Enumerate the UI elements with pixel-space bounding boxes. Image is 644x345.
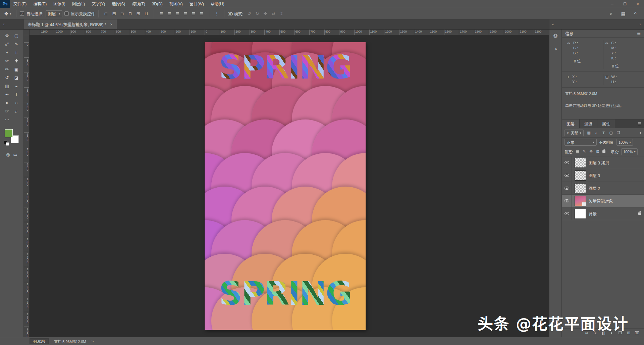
align-vertical-centers-icon[interactable]: ⊞ [134, 10, 142, 17]
tab-layers[interactable]: 图层 [562, 119, 580, 128]
current-tool-badge[interactable]: ✥ ▾ [3, 11, 13, 16]
close-button[interactable]: ✕ [631, 0, 644, 8]
menu-filter[interactable]: 滤镜(T) [128, 0, 148, 8]
path-selection-tool[interactable]: ➤ [2, 99, 12, 107]
3d-pan-icon[interactable]: ✥ [261, 10, 269, 17]
opacity-dropdown[interactable]: 100% ▾ [616, 139, 633, 146]
search-icon[interactable]: ⌕ [607, 10, 615, 17]
align-right-edges-icon[interactable]: ⊐ [118, 10, 126, 17]
ruler-origin-corner[interactable] [24, 30, 30, 35]
status-expand-icon[interactable]: > [92, 339, 94, 343]
type-tool[interactable]: T [12, 90, 21, 99]
show-transform-controls-checkbox[interactable] [64, 11, 69, 16]
close-tab-icon[interactable]: × [110, 22, 113, 27]
minimize-button[interactable]: ─ [606, 0, 619, 8]
adjustments-panel-icon[interactable]: ◑ [551, 44, 560, 53]
eraser-tool[interactable]: ◪ [12, 73, 21, 82]
menu-select[interactable]: 选择(S) [108, 0, 128, 8]
layer-visibility-toggle[interactable] [562, 182, 572, 194]
clone-stamp-tool[interactable]: ▣ [12, 65, 21, 73]
3d-scale-icon[interactable]: ⇕ [277, 10, 285, 17]
lasso-tool[interactable]: ☍ [2, 40, 12, 48]
panel-menu-icon[interactable]: ☰ [637, 31, 641, 36]
distribute-horizontal-centers-icon[interactable]: ≣ [190, 10, 198, 17]
expand-dock-icon[interactable]: « [552, 22, 554, 26]
layer-visibility-toggle[interactable] [562, 207, 572, 220]
hand-tool[interactable]: ☞ [2, 107, 12, 115]
gradient-tool[interactable]: ▥ [2, 82, 12, 90]
layer-row[interactable]: 背景 [562, 207, 644, 220]
filter-toggle-icon[interactable]: ● [640, 131, 641, 135]
distribute-top-edges-icon[interactable]: ≣ [157, 10, 165, 17]
move-tool[interactable]: ✥ [2, 32, 12, 40]
default-colors-icon[interactable] [4, 141, 9, 146]
canvas-workspace[interactable]: 1100100090080070060050040030020010001002… [24, 30, 549, 337]
eyedropper-tool[interactable]: ✑ [2, 57, 12, 65]
auto-select-target-dropdown[interactable]: 图层 ▾ [46, 10, 63, 17]
menu-window[interactable]: 窗口(W) [186, 0, 207, 8]
filter-shape-layers-icon[interactable]: ▢ [608, 130, 614, 136]
layer-row[interactable]: 图层 3 [562, 169, 644, 182]
distribute-spacing-icon[interactable]: ⋮ [213, 10, 221, 17]
auto-select-checkbox[interactable]: ✓ [20, 11, 24, 16]
lock-image-pixels-icon[interactable]: ✎ [582, 148, 587, 155]
menu-layer[interactable]: 图层(L) [69, 0, 89, 8]
distribute-vertical-centers-icon[interactable]: ≣ [165, 10, 173, 17]
rgb-eyedropper-icon[interactable]: ✑ [567, 41, 571, 55]
menu-edit[interactable]: 编辑(E) [30, 0, 50, 8]
menu-3d[interactable]: 3D(D) [149, 0, 166, 8]
zoom-tool[interactable]: ⌕ [12, 107, 21, 115]
workspace-layout-icon[interactable]: ▦ [619, 10, 627, 17]
vertical-ruler[interactable]: 0100200300400500600700800900100011001200… [24, 35, 30, 337]
menu-view[interactable]: 视图(V) [166, 0, 186, 8]
document-canvas[interactable]: SPRING SPRING [205, 42, 366, 330]
filter-adjustment-layers-icon[interactable]: ◐ [593, 130, 600, 136]
align-left-edges-icon[interactable]: ⊏ [102, 10, 110, 17]
magic-wand-tool[interactable]: ✶ [2, 48, 12, 57]
maximize-button[interactable]: ❐ [619, 0, 631, 8]
zoom-level-field[interactable]: 44.61% [30, 338, 49, 344]
lock-position-icon[interactable]: ✥ [588, 148, 594, 155]
align-top-edges-icon[interactable]: ⊓ [126, 10, 134, 17]
layer-row[interactable]: 图层 2 [562, 182, 644, 195]
healing-brush-tool[interactable]: ✚ [12, 57, 21, 65]
layer-visibility-toggle[interactable] [562, 169, 572, 182]
collapse-toolbar-icon[interactable]: « [3, 22, 5, 26]
lock-transparent-pixels-icon[interactable]: ▦ [575, 148, 580, 155]
document-tab[interactable]: 未标题-1 @ 44.6% (矢量智能对象, RGB/8) * × [24, 19, 117, 29]
align-horizontal-centers-icon[interactable]: ⊟ [110, 10, 118, 17]
layer-visibility-toggle[interactable] [562, 195, 572, 207]
layer-visibility-toggle[interactable] [562, 156, 572, 169]
menu-image[interactable]: 图像(I) [50, 0, 68, 8]
collapse-options-icon[interactable]: ^ [631, 10, 639, 17]
tab-properties[interactable]: 属性 [597, 119, 615, 128]
more-tools[interactable]: ⋯ [2, 115, 12, 124]
delete-layer-icon[interactable]: ⌧ [633, 330, 641, 336]
collapse-dock-icon[interactable]: » [639, 22, 641, 26]
fill-dropdown[interactable]: 100% ▾ [621, 148, 638, 155]
menu-type[interactable]: 文字(Y) [88, 0, 108, 8]
quick-selection-tool[interactable]: ✎ [12, 40, 21, 48]
blur-tool[interactable]: ◒ [12, 82, 21, 90]
blend-mode-dropdown[interactable]: 正常 ▾ [565, 139, 597, 146]
3d-slide-icon[interactable]: ⇄ [269, 10, 277, 17]
panel-menu-icon[interactable]: ☰ [638, 121, 644, 126]
quick-mask-icon[interactable]: ◎ [6, 152, 10, 157]
filter-smart-objects-icon[interactable]: ❐ [615, 130, 622, 136]
filter-pixel-layers-icon[interactable]: ▦ [586, 130, 592, 136]
3d-orbit-icon[interactable]: ↺ [245, 10, 253, 17]
layer-row[interactable]: 矢量智能对象 [562, 195, 644, 207]
lock-all-icon[interactable] [602, 150, 605, 153]
distribute-bottom-edges-icon[interactable]: ≣ [173, 10, 181, 17]
3d-roll-icon[interactable]: ↻ [253, 10, 261, 17]
lock-artboard-icon[interactable]: ⊡ [595, 148, 600, 155]
layer-row[interactable]: 图层 3 拷贝 [562, 156, 644, 169]
crop-tool[interactable]: ⌗ [12, 48, 21, 57]
menu-help[interactable]: 帮助(H) [207, 0, 228, 8]
shape-tool[interactable]: ○ [12, 99, 21, 107]
pen-tool[interactable]: ✒ [2, 90, 12, 99]
foreground-color-swatch[interactable] [5, 129, 13, 137]
cmyk-eyedropper-icon[interactable]: ✑ [605, 41, 609, 60]
rectangular-marquee-tool[interactable]: ▢ [12, 32, 21, 40]
history-brush-tool[interactable]: ↺ [2, 73, 12, 82]
